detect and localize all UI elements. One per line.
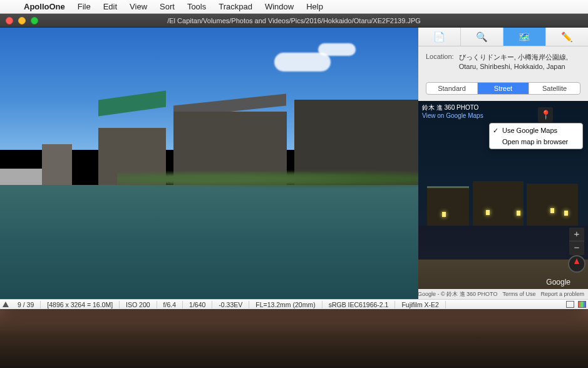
location-pin-icon[interactable]: 📍 (538, 107, 553, 122)
inspector-toolbar: 📄 🔍 🗺️ ✏️ (418, 28, 588, 46)
menu-item-use-google-maps[interactable]: Use Google Maps (490, 125, 582, 136)
status-bar: 9 / 39 [4896 x 3264 = 16.0M] ISO 200 f/6… (0, 299, 588, 309)
status-camera: Fujifilm X-E2 (395, 301, 446, 308)
google-logo: Google (546, 278, 570, 287)
streetview-attribution: 鈴木 進 360 PHOTO View on Google Maps (422, 103, 483, 119)
status-index: 9 / 39 (11, 301, 41, 308)
menu-window[interactable]: Window (259, 2, 300, 11)
location-value: びっくりドンキー, 小樽海岸公園線, Otaru, Shiribeshi, Ho… (459, 53, 580, 72)
photo-canvas (0, 28, 418, 299)
main-window: /El Capitan/Volumes/Photos and Videos/Pi… (0, 14, 588, 309)
window-zoom-button[interactable] (31, 17, 38, 24)
app-menu[interactable]: ApolloOne (18, 2, 71, 11)
streetview-pane[interactable]: 鈴木 進 360 PHOTO View on Google Maps 📍 Use… (418, 101, 588, 299)
tab-map-icon[interactable]: 🗺️ (503, 28, 546, 46)
tab-file-icon[interactable]: 📄 (418, 28, 461, 46)
menu-view[interactable]: View (123, 2, 153, 11)
segment-street[interactable]: Street (478, 83, 529, 94)
status-dimensions: [4896 x 3264 = 16.0M] (41, 301, 120, 308)
menu-edit[interactable]: Edit (97, 2, 123, 11)
photo-viewer[interactable] (0, 28, 418, 299)
map-type-segmented: Standard Street Satellite (426, 82, 580, 95)
zoom-in-button[interactable]: + (569, 228, 584, 241)
location-info: Location: びっくりドンキー, 小樽海岸公園線, Otaru, Shir… (418, 46, 588, 78)
menu-file[interactable]: File (71, 2, 97, 11)
map-context-menu: Use Google Maps Open map in browser (489, 123, 583, 149)
streetview-author: 鈴木 進 360 PHOTO (422, 103, 483, 112)
status-ev: -0.33EV (212, 301, 249, 308)
menu-item-open-in-browser[interactable]: Open map in browser (490, 136, 582, 147)
traffic-lights (0, 17, 38, 24)
menu-sort[interactable]: Sort (153, 2, 181, 11)
tab-search-icon[interactable]: 🔍 (461, 28, 503, 46)
window-content: 📄 🔍 🗺️ ✏️ Location: びっくりドンキー, 小樽海岸公園線, O… (0, 28, 588, 299)
location-label: Location: (426, 53, 454, 72)
window-titlebar[interactable]: /El Capitan/Volumes/Photos and Videos/Pi… (0, 14, 588, 28)
menu-help[interactable]: Help (300, 2, 329, 11)
window-minimize-button[interactable] (18, 17, 26, 24)
status-colorspace: sRGB IEC61966-2.1 (322, 301, 396, 308)
system-menubar: ApolloOne File Edit View Sort Tools Trac… (0, 0, 588, 14)
map-copyright: ©2016 Google - © 鈴木 進 360 PHOTO (418, 290, 497, 298)
window-close-button[interactable] (6, 17, 13, 24)
zoom-out-button[interactable]: − (569, 241, 584, 255)
status-iso: ISO 200 (120, 301, 157, 308)
tab-edit-icon[interactable]: ✏️ (546, 28, 588, 46)
view-on-google-maps-link[interactable]: View on Google Maps (422, 112, 483, 119)
map-footer: ©2016 Google - © 鈴木 進 360 PHOTO Terms of… (418, 289, 588, 299)
map-report-link[interactable]: Report a problem (540, 291, 584, 297)
segment-satellite[interactable]: Satellite (529, 83, 580, 94)
status-focal: FL=13.2mm (20mm) (249, 301, 322, 308)
status-indicator-2-icon[interactable] (578, 301, 586, 308)
inspector-panel: 📄 🔍 🗺️ ✏️ Location: びっくりドンキー, 小樽海岸公園線, O… (418, 28, 588, 299)
menu-tools[interactable]: Tools (181, 2, 212, 11)
map-terms-link[interactable]: Terms of Use (502, 291, 535, 297)
status-shutter: 1/640 (183, 301, 212, 308)
segment-standard[interactable]: Standard (426, 83, 478, 94)
window-title: /El Capitan/Volumes/Photos and Videos/Pi… (0, 17, 588, 24)
zoom-controls: + − (569, 228, 584, 255)
compass-icon[interactable] (568, 255, 585, 273)
status-aperture: f/6.4 (157, 301, 183, 308)
status-triangle-icon[interactable] (3, 302, 9, 307)
status-indicator-1-icon[interactable] (566, 301, 574, 308)
menu-trackpad[interactable]: Trackpad (212, 2, 259, 11)
